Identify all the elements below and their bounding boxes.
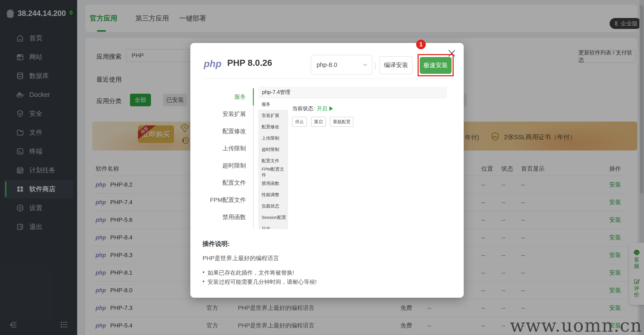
plugin-preview: php-7.4管理 服务安装扩展配置修改上传限制超时限制配置文件FPM配置文件禁… bbox=[258, 86, 447, 229]
preview-nav-item[interactable]: 配置文件 bbox=[258, 155, 288, 166]
preview-title-bar: php-7.4管理 bbox=[258, 86, 447, 98]
preview-nav-item[interactable]: 禁用函数 bbox=[258, 178, 288, 189]
modal-nav-item[interactable]: 配置修改 bbox=[190, 123, 246, 140]
modal-nav-item[interactable]: 禁用函数 bbox=[190, 208, 246, 226]
button-separator: | bbox=[374, 62, 376, 70]
modal-nav-item[interactable]: 服务 bbox=[190, 88, 246, 106]
annotation-highlight-rect bbox=[418, 54, 454, 76]
preview-nav-item[interactable]: 安装扩展 bbox=[258, 110, 288, 121]
preview-nav-item[interactable]: 配置修改 bbox=[258, 121, 288, 132]
play-icon bbox=[329, 106, 333, 111]
nav-divider bbox=[253, 88, 254, 229]
chevron-down-icon bbox=[363, 64, 367, 66]
plugin-notes-heading: 插件说明: bbox=[202, 240, 230, 248]
modal-nav: 服务安装扩展配置修改上传限制超时限制配置文件FPM配置文件禁用函数 bbox=[190, 88, 246, 226]
php-install-modal: php PHP 8.0.26 php-8.0 | 编译安装 极速安装 服务安装扩… bbox=[190, 43, 464, 298]
watermark: www.uomn.cn bbox=[510, 315, 642, 335]
nav-active-indicator bbox=[253, 88, 254, 106]
preview-subnav: 服务安装扩展配置修改上传限制超时限制配置文件FPM配置文件禁用函数性能调整负载状… bbox=[258, 98, 288, 229]
preview-nav-item[interactable]: 上传限制 bbox=[258, 132, 288, 144]
modal-nav-item[interactable]: 超时限制 bbox=[190, 157, 246, 174]
modal-nav-item[interactable]: 安装扩展 bbox=[190, 106, 246, 123]
php-logo: php bbox=[204, 58, 222, 70]
preview-nav-item[interactable]: 超时限制 bbox=[258, 144, 288, 155]
preview-nav-item[interactable]: 负载状态 bbox=[258, 200, 288, 212]
compile-install-button[interactable]: 编译安装 bbox=[380, 56, 412, 74]
preview-nav-item[interactable]: FPM配置文件 bbox=[258, 166, 288, 178]
preview-nav-item[interactable]: 性能调整 bbox=[258, 189, 288, 200]
php-version-select[interactable]: php-8.0 bbox=[311, 55, 372, 75]
preview-nav-item[interactable]: 服务 bbox=[258, 98, 288, 110]
modal-nav-item[interactable]: 配置文件 bbox=[190, 174, 246, 192]
plugin-note-bullet: 如果已存在此插件，文件将被替换! bbox=[208, 269, 294, 276]
modal-title: PHP 8.0.26 bbox=[227, 58, 272, 68]
restart-button[interactable]: 重启 bbox=[311, 117, 326, 127]
reload-config-button[interactable]: 重载配置 bbox=[330, 117, 354, 127]
status-buttons: 停止 重启 重载配置 bbox=[292, 117, 354, 127]
annotation-step-badge: 1 bbox=[416, 40, 426, 49]
stop-button[interactable]: 停止 bbox=[292, 117, 307, 127]
current-status: 当前状态: 开启 bbox=[292, 105, 333, 112]
modal-nav-item[interactable]: FPM配置文件 bbox=[190, 192, 246, 208]
status-value: 开启 bbox=[317, 105, 327, 112]
preview-nav-item[interactable]: Session配置 bbox=[258, 212, 288, 223]
modal-nav-item[interactable]: 上传限制 bbox=[190, 140, 246, 157]
preview-nav-item[interactable]: 日志 bbox=[258, 223, 288, 229]
header-divider bbox=[202, 78, 452, 79]
plugin-note-bullet: 安装过程可能需要几分钟时间，请耐心等候! bbox=[208, 278, 317, 286]
plugin-notes-desc: PHP是世界上最好的编程语言 bbox=[202, 254, 279, 262]
